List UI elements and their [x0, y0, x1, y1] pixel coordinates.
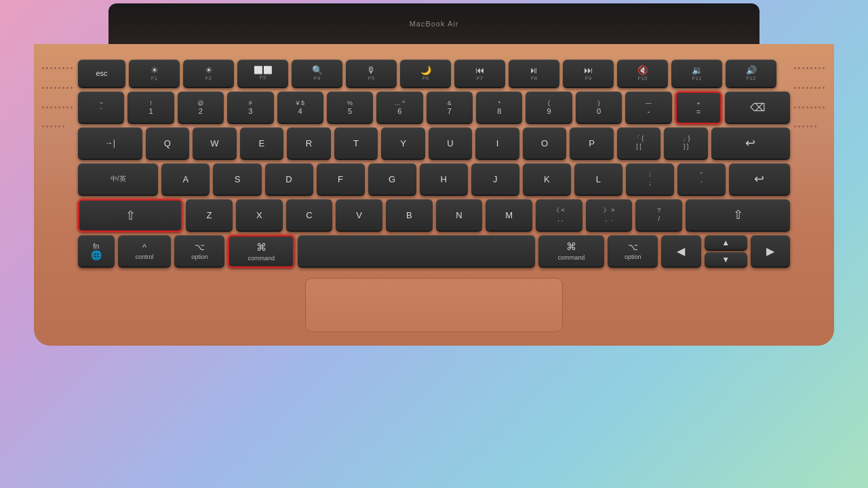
key-8[interactable]: * 8 [476, 92, 522, 124]
arrow-up-down: ▲ ▼ [705, 235, 747, 268]
key-4[interactable]: ¥ $ 4 [277, 92, 323, 124]
key-3[interactable]: # 3 [227, 92, 273, 124]
key-7[interactable]: & 7 [427, 92, 473, 124]
key-f10[interactable]: 🔇 F10 [617, 60, 668, 88]
key-arrow-up[interactable]: ▲ [705, 235, 747, 251]
key-x[interactable]: X [236, 199, 283, 232]
key-arrow-right[interactable]: ▶ [751, 235, 790, 268]
laptop-screen: MacBook Air [108, 3, 760, 44]
key-6[interactable]: … ^ 6 [376, 92, 422, 124]
touchpad[interactable] [305, 278, 563, 332]
key-f2[interactable]: ☀ F2 [183, 60, 234, 88]
key-m[interactable]: M [486, 199, 532, 232]
key-option-left[interactable]: ⌥ option [174, 235, 224, 268]
key-space[interactable] [298, 235, 535, 268]
key-k[interactable]: K [523, 163, 571, 196]
key-p[interactable]: P [570, 127, 614, 160]
key-5[interactable]: % 5 [327, 92, 373, 124]
backspace-icon: ⌫ [750, 101, 766, 114]
enter-icon: ↩ [745, 136, 755, 150]
key-g[interactable]: G [368, 163, 416, 196]
key-w[interactable]: W [193, 127, 237, 160]
bottom-row: fn 🌐 ^ control ⌥ option ⌘ command ⌘ [78, 235, 790, 268]
key-fn[interactable]: fn 🌐 [78, 235, 115, 268]
zxcv-row: ⇧ Z X C V B N M 《 <，, 》 >。. ?/ ⇧ [78, 199, 790, 232]
key-s[interactable]: S [213, 163, 261, 196]
key-a[interactable]: A [161, 163, 210, 196]
key-f12[interactable]: 🔊 F12 [726, 60, 776, 88]
shift-right-icon: ⇧ [733, 207, 743, 222]
key-quote[interactable]: "' [677, 163, 726, 196]
key-f9[interactable]: ⏭ F9 [563, 60, 614, 88]
key-z[interactable]: Z [186, 199, 233, 232]
key-backspace[interactable]: ⌫ [725, 92, 790, 124]
key-f7[interactable]: ⏮ F7 [454, 60, 505, 88]
key-control[interactable]: ^ control [118, 235, 172, 268]
key-r[interactable]: R [287, 127, 331, 160]
key-comma[interactable]: 《 <，, [536, 199, 583, 232]
key-f11[interactable]: 🔉 F11 [671, 60, 722, 88]
key-f4[interactable]: 🔍 F4 [292, 60, 342, 88]
key-e[interactable]: E [240, 127, 284, 160]
key-bracket-left[interactable]: 「 {[ [ [617, 127, 661, 160]
key-slash[interactable]: ?/ [635, 199, 682, 232]
key-command-right[interactable]: ⌘ command [538, 235, 604, 268]
key-b[interactable]: B [386, 199, 433, 232]
key-n[interactable]: N [436, 199, 483, 232]
speaker-right [791, 64, 829, 146]
key-o[interactable]: O [523, 127, 567, 160]
key-1[interactable]: ! 1 [127, 92, 174, 124]
key-minus[interactable]: — - [625, 92, 671, 124]
key-tab[interactable]: →| [78, 127, 142, 160]
key-u[interactable]: U [429, 127, 473, 160]
number-row: ~ ` ! 1 @ 2 [78, 92, 790, 124]
key-j[interactable]: J [471, 163, 519, 196]
asdf-row: 中/英 A S D F G H J K L ：； "' ↩ [78, 163, 790, 196]
key-equals[interactable]: + = [675, 92, 722, 124]
qwerty-row: →| Q W E R T Y U I O P 「 {[ [ 」}] ] [78, 127, 790, 160]
key-enter-jis[interactable]: ↩ [729, 163, 790, 196]
key-0[interactable]: ) 0 [576, 92, 622, 124]
macbook-brand-label: MacBook Air [410, 20, 459, 28]
laptop-body: esc ☀ F1 ☀ F2 ⬜⬜ F3 🔍 F4 [34, 44, 834, 346]
shift-left-icon: ⇧ [125, 208, 136, 223]
key-shift-left[interactable]: ⇧ [78, 199, 182, 232]
key-d[interactable]: D [265, 163, 313, 196]
key-enter[interactable]: ↩ [711, 127, 790, 160]
key-command-left[interactable]: ⌘ command [228, 235, 294, 268]
keyboard: esc ☀ F1 ☀ F2 ⬜⬜ F3 🔍 F4 [75, 56, 793, 271]
key-f3[interactable]: ⬜⬜ F3 [237, 60, 288, 88]
key-q[interactable]: Q [146, 127, 190, 160]
speaker-left [39, 64, 77, 146]
key-i[interactable]: I [475, 127, 519, 160]
key-f8[interactable]: ⏯ F8 [509, 60, 559, 88]
key-9[interactable]: ( 9 [526, 92, 572, 124]
key-y[interactable]: Y [381, 127, 425, 160]
key-arrow-down[interactable]: ▼ [705, 252, 747, 268]
key-f[interactable]: F [317, 163, 365, 196]
key-h[interactable]: H [420, 163, 468, 196]
function-row: esc ☀ F1 ☀ F2 ⬜⬜ F3 🔍 F4 [78, 60, 790, 88]
key-semicolon[interactable]: ：； [626, 163, 674, 196]
key-arrow-left[interactable]: ◀ [661, 235, 701, 268]
key-t[interactable]: T [334, 127, 378, 160]
key-2[interactable]: @ 2 [178, 92, 224, 124]
key-period[interactable]: 》 >。. [586, 199, 633, 232]
key-l[interactable]: L [574, 163, 623, 196]
key-f5[interactable]: 🎙 F5 [346, 60, 397, 88]
key-esc[interactable]: esc [78, 60, 125, 88]
key-v[interactable]: V [336, 199, 382, 232]
key-capslock[interactable]: 中/英 [78, 163, 158, 196]
laptop-container: MacBook Air [34, 3, 834, 485]
key-tilde[interactable]: ~ ` [78, 92, 124, 124]
key-f1[interactable]: ☀ F1 [129, 60, 180, 88]
key-c[interactable]: C [286, 199, 333, 232]
key-option-right[interactable]: ⌥ option [608, 235, 658, 268]
key-bracket-right[interactable]: 」}] ] [664, 127, 708, 160]
key-f6[interactable]: 🌙 F6 [400, 60, 451, 88]
key-shift-right[interactable]: ⇧ [686, 199, 790, 232]
